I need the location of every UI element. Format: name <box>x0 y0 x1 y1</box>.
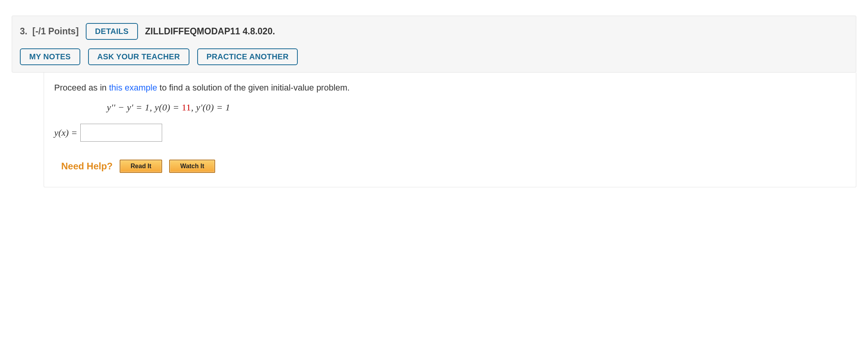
question-header: 3. [-/1 Points] DETAILS ZILLDIFFEQMODAP1… <box>12 16 856 73</box>
example-link[interactable]: this example <box>109 83 157 92</box>
instruction-pre: Proceed as in <box>54 83 109 92</box>
answer-row: y(x) = <box>54 124 846 142</box>
practice-another-button[interactable]: PRACTICE ANOTHER <box>197 48 298 65</box>
question-number: 3. <box>20 26 27 36</box>
answer-input[interactable] <box>80 124 162 142</box>
instruction-text: Proceed as in this example to find a sol… <box>54 83 846 93</box>
equation: y'' − y' = 1, y(0) = 11, y'(0) = 1 <box>107 102 846 113</box>
ask-teacher-button[interactable]: ASK YOUR TEACHER <box>88 48 189 65</box>
equation-part1: y'' − y' = 1, y(0) = <box>107 102 182 112</box>
answer-label: y(x) = <box>54 128 77 138</box>
help-row: Need Help? Read It Watch It <box>61 160 846 173</box>
watch-it-button[interactable]: Watch It <box>169 160 215 173</box>
textbook-reference: ZILLDIFFEQMODAP11 4.8.020. <box>145 26 275 37</box>
instruction-post: to find a solution of the given initial-… <box>157 83 350 92</box>
question-body: Proceed as in this example to find a sol… <box>44 73 856 187</box>
header-top-row: 3. [-/1 Points] DETAILS ZILLDIFFEQMODAP1… <box>20 23 848 40</box>
my-notes-button[interactable]: MY NOTES <box>20 48 80 65</box>
details-button[interactable]: DETAILS <box>86 23 138 40</box>
read-it-button[interactable]: Read It <box>120 160 162 173</box>
need-help-label: Need Help? <box>61 161 113 172</box>
equation-part2: , y'(0) = 1 <box>191 102 230 112</box>
equation-red-value: 11 <box>182 102 191 112</box>
header-second-row: MY NOTES ASK YOUR TEACHER PRACTICE ANOTH… <box>20 48 848 65</box>
question-points: 3. [-/1 Points] <box>20 26 79 37</box>
points-text: [-/1 Points] <box>32 26 79 36</box>
